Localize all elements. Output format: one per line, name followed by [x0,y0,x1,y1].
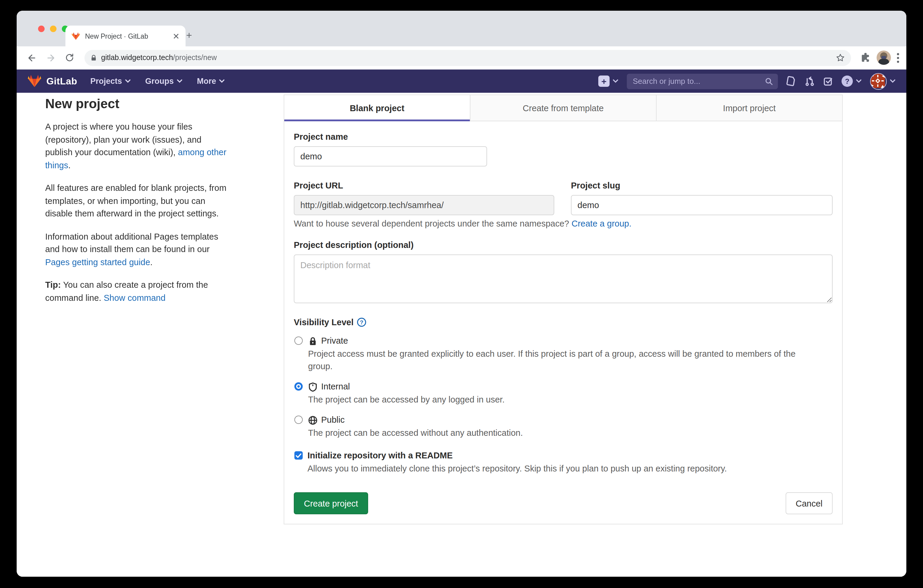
project-description-textarea[interactable] [294,255,833,303]
p1-end: . [68,160,71,170]
tab-import-project[interactable]: Import project [657,95,842,121]
help-question-icon[interactable]: ? [357,317,367,327]
menu-groups[interactable]: Groups [145,77,182,85]
issues-button[interactable] [786,76,797,86]
gitlab-main-menu: Projects Groups More [90,77,225,85]
gitlab-brand[interactable]: GitLab [27,74,77,88]
browser-window: New Project · GitLab ✕ + gitlab.widgetco… [16,11,907,577]
todo-check-icon [823,76,833,86]
user-avatar-identicon [870,74,885,88]
new-menu-button[interactable]: + [598,76,619,87]
user-avatar [870,73,887,89]
visibility-option-public[interactable]: Public The project can be accessed witho… [294,414,833,439]
chevron-down-icon [177,79,182,83]
url-domain: gitlab.widgetcorp.tech [101,54,173,62]
project-slug-group: Project slug [571,181,833,215]
new-tab-button[interactable]: + [182,28,196,43]
forward-button[interactable] [43,50,58,66]
global-search-input[interactable] [632,76,761,86]
pages-guide-link[interactable]: Pages getting started guide [45,257,150,267]
new-project-page: New project A project is where you house… [16,93,907,577]
lock-icon [90,54,97,62]
create-project-button[interactable]: Create project [294,492,368,514]
internal-description: The project can be accessed by any logge… [308,394,833,406]
project-url-group: Project URL [294,181,554,215]
reload-icon [65,53,74,62]
public-radio[interactable] [294,416,303,424]
internal-option-body: Internal The project can be accessed by … [308,381,833,406]
internal-radio[interactable] [294,382,303,391]
address-bar[interactable]: gitlab.widgetcorp.tech/projects/new [84,50,851,66]
project-type-tabs: Blank project Create from template Impor… [284,95,842,121]
blank-project-form: Project name Project URL Project slug [284,121,842,524]
show-command-link[interactable]: Show command [104,293,166,302]
visibility-option-private[interactable]: Private Project access must be granted e… [294,335,833,373]
help-menu-button[interactable]: ? [841,76,862,87]
sidebar-paragraph-1: A project is where you house your files … [45,121,227,172]
tab-create-from-template[interactable]: Create from template [470,95,657,121]
chevron-down-icon [890,79,896,83]
readme-label: Initialize repository with a README [307,450,833,462]
chevron-down-icon [219,79,225,83]
minimize-window-button[interactable] [50,26,56,32]
namespace-hint: Want to house several dependent projects… [294,219,833,228]
url-path: /projects/new [173,54,217,62]
readme-description: Allows you to immediately clone this pro… [307,463,833,475]
gitlab-navbar: GitLab Projects Groups More + [16,69,907,93]
menu-projects-label: Projects [90,77,122,85]
back-icon [26,53,36,63]
tip-bold: Tip: [45,280,61,289]
visibility-level-header: Visibility Level ? [294,317,833,327]
todos-button[interactable] [823,76,833,86]
menu-more-label: More [197,77,216,85]
extensions-icon[interactable] [861,53,870,63]
back-button[interactable] [24,50,39,66]
project-slug-input[interactable] [571,195,833,215]
public-option-title: Public [308,414,833,426]
svg-text:?: ? [360,319,364,325]
chevron-down-icon [856,79,862,83]
help-icon: ? [841,76,853,87]
close-window-button[interactable] [38,26,44,32]
url-text: gitlab.widgetcorp.tech/projects/new [101,54,831,62]
browser-tab-strip: New Project · GitLab ✕ + [16,11,907,46]
visibility-option-internal[interactable]: Internal The project can be accessed by … [294,381,833,406]
project-name-input[interactable] [294,146,487,166]
browser-menu-icon[interactable] [897,53,899,63]
visibility-level-label: Visibility Level [294,317,353,327]
avatar-mask [881,56,886,59]
sidebar-tip: Tip: You can also create a project from … [45,279,227,304]
create-a-group-link[interactable]: Create a group. [572,219,632,228]
project-url-label: Project URL [294,181,554,190]
browser-tab-title: New Project · GitLab [85,33,168,39]
merge-requests-button[interactable] [805,76,815,86]
project-description-group: Project description (optional) [294,240,833,305]
gitlab-favicon [71,32,80,40]
tab-blank-project[interactable]: Blank project [284,95,470,121]
screen: New Project · GitLab ✕ + gitlab.widgetco… [0,0,923,588]
user-menu-button[interactable] [870,73,896,89]
chevron-down-icon [125,79,131,83]
traffic-lights [38,26,68,32]
project-url-input[interactable] [294,195,554,215]
menu-projects[interactable]: Projects [90,77,131,85]
cancel-button[interactable]: Cancel [786,492,833,514]
internal-option-title: Internal [308,381,833,393]
private-radio[interactable] [294,337,303,345]
browser-tab[interactable]: New Project · GitLab ✕ [66,26,186,46]
public-description: The project can be accessed without any … [308,427,833,439]
menu-more[interactable]: More [197,77,225,85]
tab-close-icon[interactable]: ✕ [173,32,180,40]
plus-icon: + [598,76,609,87]
project-name-group: Project name [294,132,833,166]
project-description-label: Project description (optional) [294,240,833,250]
global-search[interactable] [627,74,778,89]
p3-end: . [150,257,153,267]
sidebar-description: New project A project is where you house… [45,96,227,315]
reload-button[interactable] [62,50,77,66]
bookmark-star-icon[interactable] [836,53,845,62]
issues-icon [786,76,797,86]
browser-profile-avatar[interactable] [877,51,891,65]
readme-checkbox-row[interactable]: Initialize repository with a README Allo… [294,450,833,475]
readme-checkbox[interactable] [294,451,303,460]
